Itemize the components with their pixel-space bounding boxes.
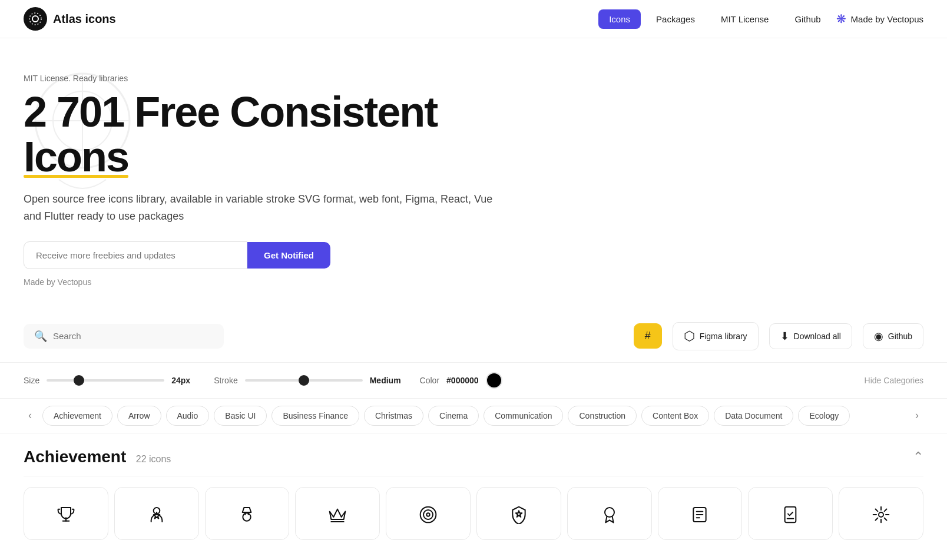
stroke-value: Medium — [370, 376, 401, 385]
category-tab-content-box[interactable]: Content Box — [641, 406, 709, 426]
icon-card-3[interactable] — [295, 487, 380, 540]
hero-subtitle: MIT License. Ready libraries — [24, 74, 530, 83]
section-header: Achievement 22 icons ⌃ — [24, 448, 923, 476]
size-slider[interactable] — [47, 379, 164, 382]
icon-controls: Size 24px Stroke Medium Color #000000 Hi… — [0, 363, 947, 399]
nav-mit-link[interactable]: MIT License — [710, 9, 779, 29]
github-label: Github — [888, 332, 912, 341]
github-icon: ◉ — [874, 330, 883, 343]
category-tabs: AchievementArrowAudioBasic UIBusiness Fi… — [42, 406, 905, 426]
icon-card-9[interactable] — [839, 487, 923, 540]
search-input[interactable] — [53, 331, 213, 341]
svg-point-10 — [243, 513, 251, 521]
download-all-button[interactable]: ⬇ Download all — [769, 323, 852, 349]
download-icon: ⬇ — [780, 330, 789, 343]
icon-toolbar: 🔍 # ⬡ Figma library ⬇ Download all ◉ Git… — [0, 310, 947, 363]
get-notified-button[interactable]: Get Notified — [247, 242, 330, 269]
icon-card-8[interactable] — [748, 487, 833, 540]
figma-label: Figma library — [700, 332, 747, 341]
hero-title-prefix: 2 701 Free Consistent — [24, 88, 437, 135]
category-tab-achievement[interactable]: Achievement — [42, 406, 112, 426]
hero-title: 2 701 Free Consistent Icons — [24, 90, 530, 179]
filter-icon: # — [645, 330, 651, 342]
svg-point-17 — [605, 508, 614, 517]
category-next-button[interactable]: › — [910, 407, 923, 424]
svg-point-0 — [32, 16, 38, 22]
icon-card-2[interactable] — [205, 487, 290, 540]
nav-github-link[interactable]: Github — [784, 9, 831, 29]
icon-card-1[interactable] — [114, 487, 199, 540]
hero-form: Get Notified — [24, 241, 530, 269]
search-wrap: 🔍 — [24, 324, 224, 349]
category-tab-communication[interactable]: Communication — [484, 406, 563, 426]
svg-point-15 — [426, 513, 429, 516]
hero-made-by: Made by Vectopus — [24, 277, 530, 287]
hero-section: MIT License. Ready libraries 2 701 Free … — [0, 38, 947, 310]
icon-card-7[interactable] — [658, 487, 743, 540]
size-label: Size — [24, 376, 39, 385]
logo-icon — [24, 7, 47, 31]
category-tab-business-finance[interactable]: Business Finance — [271, 406, 359, 426]
nav-packages-link[interactable]: Packages — [645, 9, 706, 29]
icon-card-6[interactable] — [567, 487, 652, 540]
section-title: Achievement — [24, 448, 126, 466]
nav-links: Icons Packages MIT License Github ❋ Made… — [598, 9, 923, 29]
svg-line-31 — [885, 509, 887, 511]
category-tab-audio[interactable]: Audio — [166, 406, 210, 426]
figma-library-button[interactable]: ⬡ Figma library — [673, 322, 759, 350]
svg-point-24 — [879, 512, 883, 517]
icon-card-4[interactable] — [386, 487, 471, 540]
search-icon: 🔍 — [34, 330, 47, 343]
nav-made-by-label: Made by Vectopus — [851, 14, 923, 24]
github-button[interactable]: ◉ Github — [863, 323, 923, 349]
icons-grid — [24, 476, 923, 551]
hero-title-highlight: Icons — [24, 135, 128, 180]
vectopus-icon: ❋ — [836, 12, 846, 26]
color-swatch[interactable] — [486, 372, 502, 389]
svg-marker-11 — [330, 509, 346, 519]
size-value: 24px — [171, 376, 195, 385]
size-control: Size 24px — [24, 376, 195, 385]
nav-icons-link[interactable]: Icons — [598, 9, 641, 29]
category-tab-ecology[interactable]: Ecology — [798, 406, 850, 426]
email-input[interactable] — [24, 241, 247, 269]
svg-point-13 — [420, 506, 436, 522]
download-label: Download all — [794, 332, 841, 341]
svg-line-32 — [876, 518, 878, 520]
hide-categories-button[interactable]: Hide Categories — [865, 376, 923, 385]
category-tab-arrow[interactable]: Arrow — [117, 406, 161, 426]
category-tab-basic-ui[interactable]: Basic UI — [214, 406, 267, 426]
hero-description: Open source free icons library, availabl… — [24, 191, 506, 225]
figma-icon: ⬡ — [684, 329, 695, 344]
section-toggle-button[interactable]: ⌃ — [913, 449, 923, 465]
achievement-section: Achievement 22 icons ⌃ — [0, 433, 947, 551]
category-tab-christmas[interactable]: Christmas — [364, 406, 423, 426]
svg-marker-16 — [516, 511, 522, 517]
stroke-slider[interactable] — [245, 379, 363, 382]
category-tab-data-document[interactable]: Data Document — [714, 406, 793, 426]
stroke-label: Stroke — [214, 376, 237, 385]
logo-text: Atlas icons — [53, 12, 116, 26]
svg-point-14 — [423, 510, 433, 519]
toolbar-actions: # ⬡ Figma library ⬇ Download all ◉ Githu… — [634, 322, 923, 350]
filter-button[interactable]: # — [634, 323, 662, 349]
color-label: Color — [420, 376, 439, 385]
category-tab-construction[interactable]: Construction — [568, 406, 637, 426]
icon-card-0[interactable] — [24, 487, 108, 540]
svg-point-1 — [29, 13, 41, 25]
category-prev-button[interactable]: ‹ — [24, 407, 37, 424]
color-hex: #000000 — [446, 376, 479, 385]
stroke-control: Stroke Medium — [214, 376, 400, 385]
category-tab-cinema[interactable]: Cinema — [428, 406, 479, 426]
svg-line-29 — [876, 509, 878, 511]
hero-content: MIT License. Ready libraries 2 701 Free … — [24, 74, 530, 287]
category-tabs-row: ‹ AchievementArrowAudioBasic UIBusiness … — [0, 399, 947, 433]
icon-card-5[interactable] — [476, 487, 561, 540]
logo[interactable]: Atlas icons — [24, 7, 116, 31]
section-title-group: Achievement 22 icons — [24, 448, 171, 466]
nav-made-by[interactable]: ❋ Made by Vectopus — [836, 12, 923, 26]
color-control: Color #000000 — [420, 372, 502, 389]
svg-line-30 — [885, 518, 887, 520]
navbar: Atlas icons Icons Packages MIT License G… — [0, 0, 947, 38]
section-count: 22 icons — [136, 454, 171, 464]
